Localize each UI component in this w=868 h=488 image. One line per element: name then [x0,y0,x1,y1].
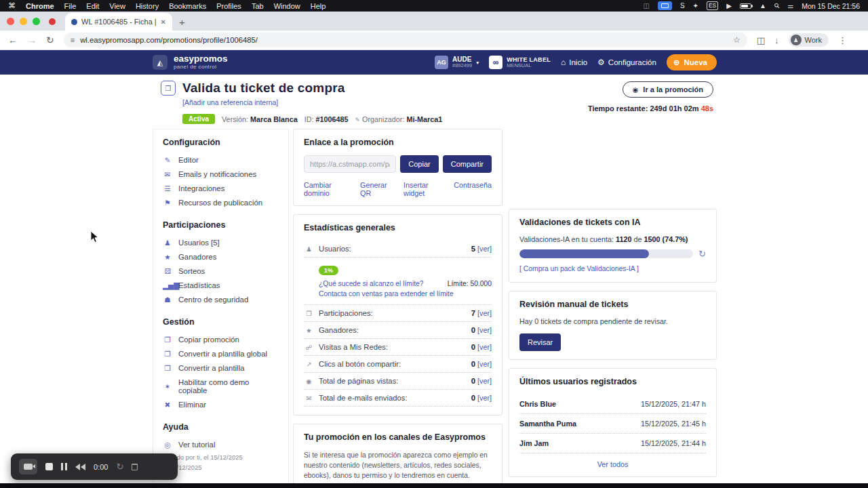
control-center-icon[interactable]: ⚌ [787,2,793,9]
restart-recording-icon[interactable]: ↻ [116,462,123,472]
menu-profiles[interactable]: Profiles [216,2,241,10]
sidebar-item-eliminar[interactable]: ✖Eliminar [163,397,279,411]
sidebar-item-copiar[interactable]: ❐Copiar promoción [163,332,279,346]
sidebar-item-recursos[interactable]: ⚑Recursos de publicación [163,195,279,209]
copy-button[interactable]: Copiar [400,155,438,173]
plan-chip[interactable]: ∞ WHITE LABEL MENSUAL [489,56,551,69]
play-status-icon[interactable]: ▶ [726,2,732,9]
wand-icon: ✶ [163,382,172,390]
input-source-icon[interactable]: ES [707,1,718,10]
address-bar[interactable]: ≡ ☆ [64,33,747,47]
app-status-icon[interactable]: ✦ [693,2,698,9]
sidebar-item-sorteos[interactable]: ⚄Sorteos [163,264,279,278]
promo-id: ID: #1006485 [304,115,349,123]
sidebar-item-seguridad[interactable]: ☗Centro de seguridad [163,292,279,306]
menubar-clock[interactable]: Mon 15 Dec 21:56 [802,2,860,10]
share-button[interactable]: Compartir [443,155,492,173]
tab-close-icon[interactable]: ✕ [161,18,166,26]
change-domain-link[interactable]: Cambiar dominio [304,181,350,197]
spotlight-icon[interactable]: ⚲ [772,1,781,10]
side-panel-icon[interactable]: ◫ [757,35,765,45]
url-input[interactable] [80,36,728,44]
ver-link[interactable]: [ver] [477,245,492,253]
bookmark-star-icon[interactable]: ☆ [733,35,741,45]
zoom-window-button[interactable] [33,18,40,25]
menu-file[interactable]: File [64,2,77,10]
menu-view[interactable]: View [109,2,125,10]
menu-history[interactable]: History [136,2,159,10]
battery-icon[interactable] [740,3,751,9]
sidebar-item-editor[interactable]: ✎Editor [163,152,279,167]
browser-tab[interactable]: WL #1006485 - Ficha | Easy... ✕ [65,13,172,30]
menu-help[interactable]: Help [311,2,326,10]
sidebar-item-plantilla-global[interactable]: ❐Convertir a plantilla global [163,346,279,361]
contact-sales-link[interactable]: Contacta con ventas para extender el lím… [319,290,454,298]
add-reference-link[interactable]: [Añadir una referencia interna] [182,98,278,106]
new-promotion-button[interactable]: ⊕ Nueva [667,54,717,70]
apple-menu-icon[interactable]: ⌘ [8,1,16,10]
ver-link[interactable]: [ver] [477,309,492,317]
ver-link[interactable]: [ver] [477,394,492,402]
account-menu[interactable]: AG AUDE #892499 ▾ [435,56,479,69]
nav-settings[interactable]: ⚙ Configuración [597,58,656,67]
ver-link[interactable]: [ver] [477,326,492,334]
stat-label: Usuarios: [319,245,351,253]
channels-description: Si te interesa que la promoción aparezca… [304,450,492,481]
rewind-button[interactable] [75,464,85,470]
stat-row-participaciones: ❐ Participaciones: 7[ver] [304,305,492,322]
tab-title: WL #1006485 - Ficha | Easy... [81,18,157,26]
slack-icon[interactable]: S [680,2,685,9]
window-status-icon[interactable]: ◫ [643,2,649,9]
promotion-url-input[interactable] [304,155,396,173]
stat-label: Clics al botón compartir: [319,360,401,368]
menu-window[interactable]: Window [274,2,300,10]
sidebar-item-ganadores[interactable]: ★Ganadores [163,249,279,264]
megaphone-icon: ⚑ [163,199,172,207]
insert-widget-link[interactable]: Insertar widget [403,181,443,197]
ver-link[interactable]: [ver] [477,377,492,385]
site-settings-icon[interactable]: ≡ [71,36,75,44]
sidebar-item-usuarios[interactable]: ♟Usuarios [5] [163,235,279,249]
sidebar-item-plantilla[interactable]: ❐Convertir a plantilla [163,361,279,375]
recording-indicator-icon[interactable] [49,18,56,25]
sidebar-item-tutorial[interactable]: ◎Ver tutorial [163,437,279,451]
user-icon: ♟ [163,239,172,247]
discard-recording-icon[interactable] [132,464,138,470]
stop-recording-button[interactable] [45,463,53,470]
limit-question-link[interactable]: ¿Qué sucede si alcanzo el límite? [319,280,424,287]
sidebar-item-integraciones[interactable]: ☰Integraciones [163,181,279,195]
downloads-icon[interactable]: ↓ [774,35,779,45]
camera-icon[interactable] [19,459,37,474]
view-all-link[interactable]: Ver todos [519,460,706,468]
close-window-button[interactable] [7,18,14,25]
generate-qr-link[interactable]: Generar QR [360,181,393,197]
browser-menu-icon[interactable]: ⋮ [838,35,847,45]
pause-recording-button[interactable] [61,463,67,470]
menu-edit[interactable]: Edit [86,2,99,10]
profile-avatar: ♟ [791,35,802,45]
refresh-icon[interactable]: ↻ [698,249,706,259]
menu-bookmarks[interactable]: Bookmarks [169,2,206,10]
buy-pack-link[interactable]: [ Compra un pack de Validaciones-IA ] [519,265,639,272]
menubar-app-name[interactable]: Chrome [26,2,54,10]
ver-link[interactable]: [ver] [477,343,492,351]
profile-chip[interactable]: ♟ Work [789,33,829,47]
password-link[interactable]: Contraseña [454,181,492,197]
brand-name[interactable]: easypromos [174,54,228,64]
sidebar-item-estadisticas[interactable]: ▂▅▇Estadísticas [163,278,279,292]
go-to-promotion-button[interactable]: ◉ Ir a la promoción [623,81,713,98]
back-button[interactable]: ← [8,35,18,45]
nav-home[interactable]: ⌂ Inicio [561,58,587,67]
easypromos-logo-icon[interactable]: ◭ [153,55,167,70]
forward-button[interactable]: → [27,35,37,45]
screen-mirroring-icon[interactable] [658,1,672,10]
reload-button[interactable]: ↻ [46,35,54,45]
wifi-icon[interactable]: ▲ [760,2,766,9]
review-button[interactable]: Revisar [519,333,561,351]
ver-link[interactable]: [ver] [477,360,492,368]
sidebar-item-emails[interactable]: ✉Emails y notificaciones [163,167,279,181]
menu-tab[interactable]: Tab [252,2,264,10]
minimize-window-button[interactable] [20,18,27,25]
sidebar-item-demo[interactable]: ✶Habilitar como demo copiable [163,375,279,397]
new-tab-button[interactable]: + [179,17,185,27]
